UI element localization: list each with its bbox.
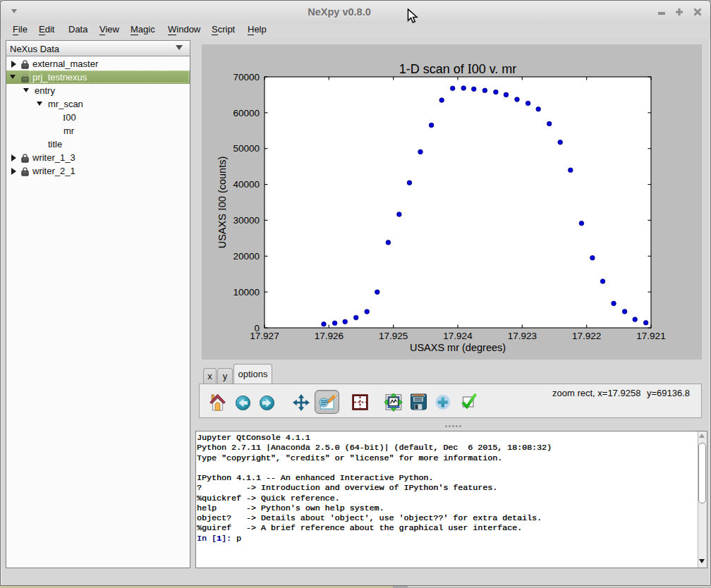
svg-text:1-D scan of I00 v. mr: 1-D scan of I00 v. mr — [399, 62, 517, 76]
svg-text:17.925: 17.925 — [379, 331, 408, 341]
svg-text:40000: 40000 — [233, 179, 260, 190]
svg-text:17.921: 17.921 — [636, 331, 665, 341]
svg-text:10000: 10000 — [233, 287, 260, 298]
svg-text:17.924: 17.924 — [443, 331, 473, 341]
svg-text:17.922: 17.922 — [572, 331, 601, 341]
svg-text:17.926: 17.926 — [315, 331, 344, 341]
svg-text:20000: 20000 — [233, 251, 260, 262]
svg-text:70000: 70000 — [233, 72, 260, 82]
svg-text:60000: 60000 — [233, 108, 260, 118]
svg-text:50000: 50000 — [233, 143, 260, 154]
svg-text:USAXS I00 (counts): USAXS I00 (counts) — [217, 157, 228, 249]
svg-text:17.923: 17.923 — [508, 331, 537, 341]
svg-text:USAXS mr (degrees): USAXS mr (degrees) — [410, 342, 506, 353]
svg-text:30000: 30000 — [233, 215, 260, 226]
svg-text:0: 0 — [254, 323, 260, 333]
